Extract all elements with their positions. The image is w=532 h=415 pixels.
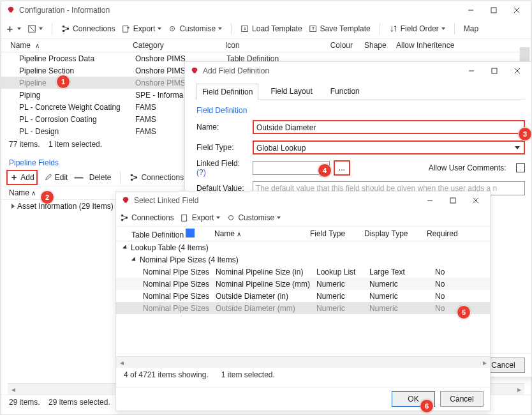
name-input[interactable]: Outside Diameter xyxy=(254,121,524,133)
slf-export-button[interactable]: Export xyxy=(181,213,221,222)
close-button[interactable] xyxy=(505,1,528,19)
col-display-type[interactable]: Display Type xyxy=(364,229,427,238)
minimize-button[interactable] xyxy=(418,192,441,209)
minimize-button[interactable] xyxy=(460,62,483,80)
afd-titlebar: Add Field Definition xyxy=(185,62,531,80)
afd-section-heading: Field Definition xyxy=(196,106,525,115)
slf-scrollbar[interactable]: ◂▸ xyxy=(116,356,490,368)
close-button[interactable] xyxy=(506,62,529,80)
main-grid-header: Name ∧ Category Icon Colour Shape Allow … xyxy=(1,39,531,52)
badge-6: 6 xyxy=(420,399,434,413)
linked-field-label: Linked Field: (?) xyxy=(196,159,249,177)
col-shape[interactable]: Shape xyxy=(364,41,396,50)
add-field-button[interactable]: ＋ Add xyxy=(6,170,38,185)
map-button[interactable]: Map xyxy=(464,24,478,33)
fields-connections-button[interactable]: Connections xyxy=(129,173,184,182)
afd-tabs: Field Definition Field Layout Function xyxy=(196,84,525,100)
chevron-down-icon xyxy=(131,257,137,262)
field-type-label: Field Type: xyxy=(196,143,249,152)
field-order-button[interactable]: Field Order xyxy=(389,24,445,33)
filter-toggle[interactable] xyxy=(27,24,43,33)
slf-toolbar: Connections Export Customise xyxy=(116,209,490,227)
col-field-type[interactable]: Field Type xyxy=(310,229,364,238)
group-nominal-pipe-sizes[interactable]: Nominal Pipe Sizes (4 Items) xyxy=(116,253,490,266)
app-icon xyxy=(6,6,15,15)
browse-linked-field-button[interactable]: ... xyxy=(335,161,349,175)
badge-5: 5 xyxy=(457,305,471,319)
col-category[interactable]: Category xyxy=(133,41,225,50)
maximize-button[interactable] xyxy=(483,62,506,80)
slf-connections-button[interactable]: Connections xyxy=(120,213,174,222)
svg-rect-27 xyxy=(450,198,455,203)
allow-comments-label: Allow User Comments: xyxy=(429,163,506,172)
connections-button[interactable]: Connections xyxy=(61,24,115,33)
afd-title: Add Field Definition xyxy=(203,66,460,75)
load-template-button[interactable]: Load Template xyxy=(240,24,302,33)
svg-rect-35 xyxy=(181,215,186,222)
tab-field-layout[interactable]: Field Layout xyxy=(265,83,318,99)
edit-field-button[interactable]: Edit xyxy=(44,173,68,182)
app-icon xyxy=(121,196,130,205)
name-input-highlight: Outside Diameter xyxy=(253,120,525,134)
chevron-right-icon xyxy=(11,204,15,209)
main-toolbar: ＋ Connections Export Customise Load Temp… xyxy=(1,19,531,39)
delete-field-button[interactable]: — Delete xyxy=(74,172,111,183)
field-type-select[interactable]: Global Lookup xyxy=(254,142,524,153)
group-lookup-table[interactable]: Lookup Table (4 Items) xyxy=(116,241,490,253)
window-title: Configuration - Information xyxy=(19,6,459,15)
tab-field-definition[interactable]: Field Definition xyxy=(196,84,258,100)
svg-rect-23 xyxy=(492,68,497,73)
tab-function[interactable]: Function xyxy=(325,83,366,99)
svg-line-10 xyxy=(64,29,67,31)
export-button[interactable]: Export xyxy=(122,24,162,33)
svg-line-9 xyxy=(64,27,67,28)
table-row[interactable]: Nominal Pipe SizesNominal Pipeline Size … xyxy=(116,278,490,290)
col-name[interactable]: Name ∧ xyxy=(10,41,133,50)
slf-status: 4 of 4721 items showing. 1 item selected… xyxy=(116,368,490,387)
minimize-button[interactable] xyxy=(459,1,482,19)
svg-rect-1 xyxy=(491,8,496,13)
svg-rect-11 xyxy=(122,26,128,33)
name-label: Name: xyxy=(196,123,249,132)
maximize-button[interactable] xyxy=(482,1,505,19)
help-icon[interactable]: (?) xyxy=(196,168,206,177)
titlebar: Configuration - Information xyxy=(1,1,531,19)
svg-line-19 xyxy=(133,176,136,177)
svg-line-33 xyxy=(122,216,126,217)
table-row[interactable]: Nominal Pipe SizesOutside Diameter (mm)N… xyxy=(116,302,490,314)
col-colour[interactable]: Colour xyxy=(263,41,364,50)
field-type-highlight: Global Lookup xyxy=(253,140,525,155)
maximize-button[interactable] xyxy=(441,192,464,209)
col-name[interactable]: Name ∧ xyxy=(214,229,310,238)
save-template-button[interactable]: Save Template xyxy=(309,24,371,33)
allow-comments-checkbox[interactable] xyxy=(516,163,525,172)
app-icon xyxy=(190,66,199,75)
select-linked-field-window: Select Linked Field Connections Export C… xyxy=(115,191,491,411)
badge-4: 4 xyxy=(318,163,332,177)
badge-1: 1 xyxy=(56,75,70,89)
customise-button[interactable]: Customise xyxy=(168,24,222,33)
col-required[interactable]: Required xyxy=(427,229,465,238)
add-dropdown[interactable]: ＋ xyxy=(5,23,21,35)
table-row[interactable]: Nominal Pipe SizesOutside Diameter (in)N… xyxy=(116,290,490,302)
badge-3: 3 xyxy=(518,127,532,141)
col-allow[interactable]: Allow Inheritence xyxy=(396,41,466,50)
svg-line-20 xyxy=(133,178,136,179)
svg-line-5 xyxy=(30,27,34,31)
svg-point-13 xyxy=(172,28,174,29)
slf-title: Select Linked Field xyxy=(134,196,418,205)
slf-grid-header: Table Definition Name ∧ Field Type Displ… xyxy=(116,227,490,241)
badge-2: 2 xyxy=(40,190,54,204)
svg-line-34 xyxy=(122,218,126,220)
svg-point-36 xyxy=(229,216,233,220)
slf-titlebar: Select Linked Field xyxy=(116,192,490,209)
cancel-button[interactable]: Cancel xyxy=(440,391,484,407)
slf-footer: OK Cancel xyxy=(116,387,490,411)
slf-customise-button[interactable]: Customise xyxy=(226,213,281,222)
chevron-down-icon xyxy=(122,245,128,250)
col-table-definition[interactable]: Table Definition xyxy=(131,229,214,239)
close-button[interactable] xyxy=(464,192,487,209)
table-row[interactable]: Nominal Pipe SizesNominal Pipeline Size … xyxy=(116,266,490,278)
col-icon[interactable]: Icon xyxy=(225,41,263,50)
